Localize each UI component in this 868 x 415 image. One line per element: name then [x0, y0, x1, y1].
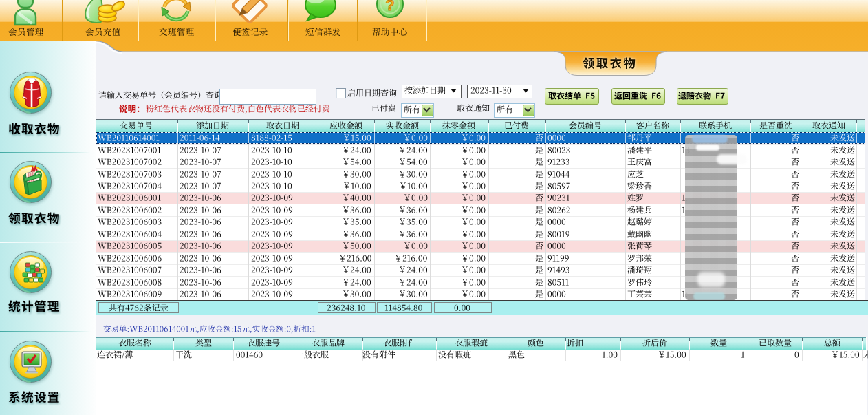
- svg-text:?: ?: [385, 0, 394, 14]
